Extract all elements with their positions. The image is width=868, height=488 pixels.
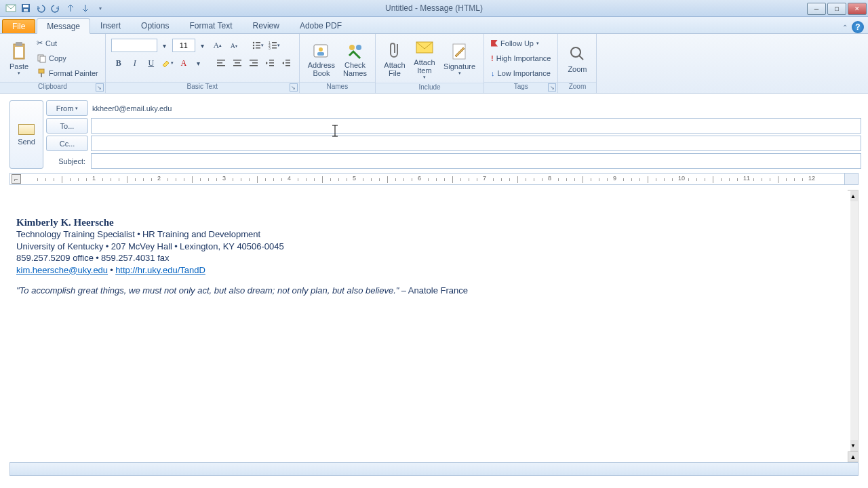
svg-rect-22 [272, 47, 277, 49]
align-right-icon[interactable] [246, 56, 261, 70]
expand-corner-icon[interactable]: ▲ [848, 451, 859, 462]
align-center-icon[interactable] [230, 56, 245, 70]
group-names-label: Names [327, 83, 349, 90]
send-envelope-icon [18, 124, 35, 135]
title-bar: ▾ Untitled - Message (HTML) ─ □ ✕ [0, 0, 868, 17]
clipboard-launcher[interactable]: ↘ [96, 83, 104, 92]
signature-url-link[interactable]: http://hr.uky.edu/TandD [115, 265, 205, 275]
tab-message[interactable]: Message [37, 18, 90, 34]
svg-rect-18 [272, 42, 277, 43]
group-zoom-label: Zoom [569, 83, 587, 90]
decrease-indent-icon[interactable] [262, 56, 277, 70]
bold-icon[interactable]: B [111, 56, 126, 70]
close-button[interactable]: ✕ [848, 3, 867, 15]
to-field[interactable] [91, 118, 861, 134]
group-basic-text: ▾ ▾ A▴ A▾ ▾ 123▾ B I U ▾ A ▾ [106, 34, 300, 93]
low-importance-button[interactable]: ↓Low Importance [488, 66, 553, 81]
message-body[interactable]: Kimberly K. Heersche Technology Training… [9, 191, 850, 451]
svg-point-45 [571, 47, 580, 57]
cc-button[interactable]: Cc... [46, 136, 88, 151]
align-left-icon[interactable] [214, 56, 229, 70]
svg-rect-10 [41, 73, 42, 77]
tab-options[interactable]: Options [131, 18, 179, 33]
group-include: AttachFile AttachItem▾ Signature▾ Includ… [376, 34, 484, 93]
app-icon[interactable] [4, 1, 18, 15]
paste-button[interactable]: Paste ▾ [4, 35, 34, 81]
previous-item-icon[interactable] [64, 1, 77, 15]
font-name-dropdown-icon[interactable]: ▾ [159, 39, 171, 52]
subject-label: Subject: [46, 157, 88, 165]
font-color-dropdown-icon[interactable]: ▾ [193, 57, 205, 69]
tab-review[interactable]: Review [243, 18, 290, 33]
subject-field[interactable] [91, 153, 861, 169]
ruler-number: 12 [808, 175, 815, 182]
tab-adobe-pdf[interactable]: Adobe PDF [290, 18, 352, 33]
ruler-number: 4 [288, 175, 291, 182]
send-button[interactable]: Send [9, 100, 43, 169]
svg-rect-20 [272, 45, 277, 46]
check-names-button[interactable]: CheckNames [339, 35, 371, 81]
numbering-icon[interactable]: 123▾ [267, 38, 281, 53]
exclamation-icon: ! [491, 54, 494, 62]
svg-rect-24 [217, 62, 222, 64]
svg-point-13 [253, 45, 254, 46]
minimize-ribbon-icon[interactable]: ⌃ [842, 24, 848, 31]
shrink-font-icon[interactable]: A▾ [226, 38, 241, 53]
group-tags-label: Tags [514, 83, 528, 90]
redo-icon[interactable] [49, 1, 62, 15]
tags-launcher[interactable]: ↘ [548, 83, 556, 92]
quick-access-toolbar: ▾ [0, 1, 107, 15]
signature-email-link[interactable]: kim.heersche@uky.edu [16, 265, 108, 275]
font-size-dropdown-icon[interactable]: ▾ [197, 39, 209, 52]
down-arrow-icon: ↓ [491, 69, 495, 77]
ruler-number: 7 [483, 175, 486, 182]
signature-address-line: University of Kentucky • 207 McVey Hall … [16, 241, 844, 253]
save-icon[interactable] [19, 1, 33, 15]
italic-icon[interactable]: I [127, 56, 142, 70]
to-button[interactable]: To... [46, 118, 88, 134]
undo-icon[interactable] [34, 1, 47, 15]
follow-up-button[interactable]: Follow Up▾ [488, 36, 553, 51]
help-icon[interactable]: ? [852, 21, 864, 33]
zoom-button[interactable]: Zoom [562, 35, 592, 81]
cc-field[interactable] [91, 136, 861, 151]
ruler-number: 1 [92, 175, 96, 182]
svg-rect-40 [317, 52, 324, 56]
font-color-icon[interactable]: A [176, 56, 191, 70]
cut-button[interactable]: ✂Cut [34, 36, 101, 51]
group-names: AddressBook CheckNames Names [300, 34, 376, 93]
next-item-icon[interactable] [79, 1, 92, 15]
font-name-input[interactable] [111, 39, 157, 52]
address-book-button[interactable]: AddressBook [304, 35, 339, 81]
basic-text-launcher[interactable]: ↘ [290, 83, 298, 92]
attach-file-button[interactable]: AttachFile [380, 35, 410, 81]
horizontal-ruler[interactable]: ⌐ 123456789101112 [9, 173, 859, 185]
increase-indent-icon[interactable] [279, 56, 294, 70]
underline-icon[interactable]: U [144, 56, 159, 70]
minimize-button[interactable]: ─ [807, 3, 826, 15]
grow-font-icon[interactable]: A▴ [210, 38, 225, 53]
highlight-icon[interactable]: ▾ [160, 56, 175, 70]
tab-format-text[interactable]: Format Text [179, 18, 242, 33]
window-title: Untitled - Message (HTML) [385, 3, 483, 13]
tab-file[interactable]: File [2, 19, 35, 33]
format-painter-button[interactable]: Format Painter [34, 66, 101, 81]
bullets-icon[interactable]: ▾ [250, 38, 265, 53]
svg-rect-34 [269, 65, 274, 66]
signature-button[interactable]: Signature▾ [439, 35, 479, 81]
font-size-input[interactable] [172, 39, 195, 52]
high-importance-button[interactable]: !High Importance [488, 51, 553, 66]
signature-phone-line: 859.257.5209 office • 859.257.4031 fax [16, 252, 844, 264]
tab-insert[interactable]: Insert [90, 18, 131, 33]
attach-item-button[interactable]: AttachItem▾ [410, 35, 439, 81]
qat-customize-icon[interactable]: ▾ [94, 1, 107, 15]
svg-rect-29 [250, 60, 258, 61]
svg-rect-31 [250, 65, 258, 66]
from-button[interactable]: From ▾ [46, 100, 88, 116]
ruler-options[interactable] [844, 174, 858, 184]
paste-label: Paste [9, 62, 28, 70]
svg-rect-2 [23, 5, 28, 7]
copy-button[interactable]: Copy [34, 51, 101, 66]
tab-selector[interactable]: ⌐ [12, 174, 21, 184]
maximize-button[interactable]: □ [827, 3, 846, 15]
